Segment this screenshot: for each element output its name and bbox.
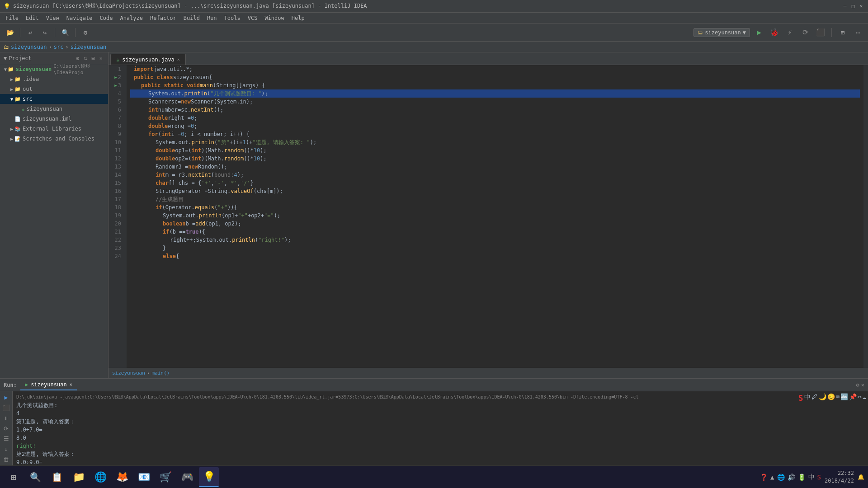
run-button[interactable]: ▶ — [753, 26, 765, 39]
taskbar-clock[interactable]: 22:32 2018/4/22 — [825, 469, 854, 485]
run-config-selector[interactable]: 🗂 sizeyunsuan ▼ — [693, 28, 750, 37]
minimize-button[interactable]: ─ — [842, 3, 848, 9]
breadcrumb-method-ref[interactable]: main() — [151, 370, 170, 376]
maximize-button[interactable]: □ — [850, 3, 856, 9]
menu-run[interactable]: Run — [203, 13, 221, 23]
input-icon-5[interactable]: ⌨ — [836, 393, 840, 400]
tab-close-icon[interactable]: ✕ — [177, 57, 180, 62]
editor-scrollbar[interactable] — [863, 65, 868, 368]
tray-hidden-icons[interactable]: ▲ — [770, 474, 774, 481]
input-icon-7[interactable]: 📌 — [849, 393, 857, 400]
tray-icon-1[interactable]: 🔊 — [788, 474, 795, 481]
breadcrumb-file-ref[interactable]: sizeyunsuan — [112, 370, 145, 376]
sougou-icon[interactable]: S — [798, 393, 803, 403]
sidebar-item-external-libs[interactable]: ▶ 📚 External Libraries — [0, 124, 108, 134]
menu-tools[interactable]: Tools — [221, 13, 244, 23]
project-gear-icon[interactable]: ⚙ — [74, 55, 81, 62]
taskbar-right: ❓ ▲ 🌐 🔊 🔋 中 S 22:32 2018/4/22 🔔 — [760, 469, 864, 485]
src-arrow-icon: ▼ — [9, 97, 14, 102]
sidebar-item-java-file[interactable]: ☕ sizeyunsuan — [0, 104, 108, 114]
input-icon-8[interactable]: ✂ — [858, 393, 861, 400]
sidebar-item-src[interactable]: ▼ 📁 src — [0, 94, 108, 104]
taskbar-files-app[interactable]: 📁 — [69, 467, 89, 487]
toolbar-undo-btn[interactable]: ↩ — [24, 26, 37, 39]
run-close-icon[interactable]: ✕ — [861, 382, 864, 388]
taskbar-game-app[interactable]: 🎮 — [177, 467, 197, 487]
run-filter-btn[interactable]: ☰ — [1, 434, 11, 443]
toolbar-settings-btn[interactable]: ⚙ — [79, 26, 92, 39]
menu-navigate[interactable]: Navigate — [63, 13, 96, 23]
run-config-dropdown-icon[interactable]: ▼ — [743, 29, 746, 36]
sidebar-item-root[interactable]: ▼ 📁 sizeyunsuan C:\Users\魏煜\IdeaProjo — [0, 64, 108, 74]
sidebar-item-idea[interactable]: ▶ 📁 .idea — [0, 74, 108, 84]
menu-help[interactable]: Help — [288, 13, 308, 23]
breadcrumb-src[interactable]: src — [54, 44, 64, 50]
menu-edit[interactable]: Edit — [22, 13, 42, 23]
code-content[interactable]: import java.util.*; public class sizeyun… — [127, 65, 863, 368]
sidebar: ▼ Project ⚙ ⇅ ⊟ ✕ ▼ 📁 sizeyunsuan C:\U — [0, 52, 108, 378]
stop-button[interactable]: ⬛ — [814, 26, 827, 39]
tray-ime-icon[interactable]: S — [817, 474, 821, 481]
taskbar-search-button[interactable]: 🔍 — [25, 467, 45, 487]
profile-button[interactable]: ⟳ — [799, 26, 811, 39]
taskbar-view-button[interactable]: 📋 — [47, 467, 67, 487]
menu-vcs[interactable]: VCS — [244, 13, 261, 23]
debug-button[interactable]: 🐞 — [768, 26, 781, 39]
input-icon-1[interactable]: 中 — [804, 393, 811, 401]
output-line-2: 4 — [16, 409, 774, 418]
taskbar-notifications-icon[interactable]: 🔔 — [858, 474, 864, 480]
code-line-8: double wrong = 0; — [130, 122, 860, 130]
toolbar-layout-btn[interactable]: ⊞ — [836, 26, 849, 39]
menu-build[interactable]: Build — [180, 13, 203, 23]
out-arrow-icon: ▶ — [9, 87, 14, 92]
input-icon-2[interactable]: 🖊 — [811, 393, 818, 400]
close-button[interactable]: ✕ — [858, 3, 864, 9]
input-icon-9[interactable]: ☁ — [863, 393, 866, 400]
toolbar-more-btn[interactable]: ⋯ — [852, 26, 864, 39]
run-scroll-btn[interactable]: ↓ — [1, 445, 11, 453]
taskbar-start-button[interactable]: ⊞ — [4, 467, 24, 487]
sidebar-item-iml[interactable]: 📄 sizeyunsuan.iml — [0, 114, 108, 124]
toolbar-redo-btn[interactable]: ↪ — [38, 26, 51, 39]
tray-icon-2[interactable]: 🔋 — [798, 474, 806, 481]
run-stop-btn[interactable]: ⬛ — [1, 404, 11, 412]
run-tab-icon: ▶ — [25, 381, 28, 388]
taskbar-firefox-app[interactable]: 🦊 — [112, 467, 132, 487]
input-icon-4[interactable]: 😊 — [827, 393, 835, 400]
project-close-icon[interactable]: ✕ — [98, 55, 104, 62]
editor-tab-sizeyunsuan[interactable]: ☕ sizeyunsuan.java ✕ — [110, 54, 186, 65]
code-editor[interactable]: 1 ▶2 ▶3 4 5 6 7 8 9 10 11 12 13 14 15 16 — [108, 65, 868, 368]
taskbar-intellij-app[interactable]: 💡 — [199, 467, 219, 487]
input-icon-3[interactable]: 🌙 — [819, 393, 826, 400]
breadcrumb-file[interactable]: sizeyunsuan — [71, 44, 106, 50]
menu-view[interactable]: View — [42, 13, 63, 23]
taskbar-browser-app[interactable]: 🌐 — [90, 467, 110, 487]
tray-help-icon[interactable]: ❓ — [760, 474, 768, 481]
taskbar-store-app[interactable]: 🛒 — [156, 467, 175, 487]
menu-refactor[interactable]: Refactor — [146, 13, 180, 23]
project-collapse-icon[interactable]: ⊟ — [90, 55, 97, 62]
sidebar-item-out[interactable]: ▶ 📁 out — [0, 84, 108, 94]
run-play-btn[interactable]: ▶ — [1, 393, 11, 402]
menu-code[interactable]: Code — [96, 13, 117, 23]
project-sort-icon[interactable]: ⇅ — [82, 55, 89, 62]
run-trash-btn[interactable]: 🗑 — [1, 455, 11, 464]
run-rerun-btn[interactable]: ⟳ — [1, 424, 11, 433]
run-tab-sizeyunsuan[interactable]: ▶ sizeyunsuan ✕ — [20, 380, 77, 390]
toolbar-find-btn[interactable]: 🔍 — [59, 26, 71, 39]
menu-window[interactable]: Window — [261, 13, 288, 23]
run-tab-close-icon[interactable]: ✕ — [70, 382, 72, 387]
breadcrumb-project[interactable]: sizeyunsuan — [11, 44, 47, 50]
project-header-actions: ⚙ ⇅ ⊟ ✕ — [74, 55, 104, 62]
coverage-button[interactable]: ⚡ — [783, 26, 796, 39]
run-settings-icon[interactable]: ⚙ — [856, 382, 859, 388]
menu-file[interactable]: File — [2, 13, 22, 23]
toolbar-open-btn[interactable]: 📂 — [4, 26, 16, 39]
input-icon-6[interactable]: 🔤 — [840, 393, 848, 400]
taskbar-mail-app[interactable]: 📧 — [134, 467, 154, 487]
sidebar-item-scratches[interactable]: ▶ 📝 Scratches and Consoles — [0, 134, 108, 144]
tray-network-icon[interactable]: 🌐 — [777, 474, 785, 481]
project-dropdown-icon[interactable]: ▼ — [4, 55, 7, 61]
tray-lang-icon[interactable]: 中 — [808, 473, 815, 481]
menu-analyze[interactable]: Analyze — [116, 13, 146, 23]
